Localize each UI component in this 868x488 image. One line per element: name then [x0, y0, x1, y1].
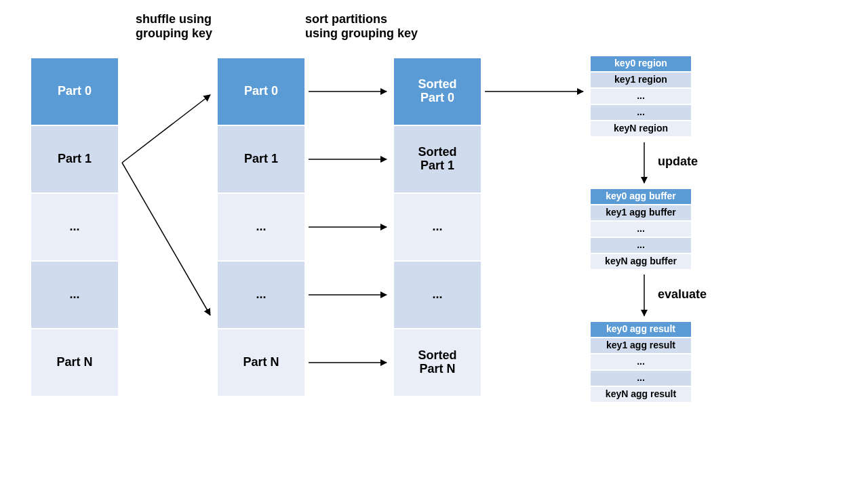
part-input-4: Part N	[31, 329, 119, 396]
svg-line-1	[122, 163, 210, 315]
part-shuffled-3: ...	[217, 261, 305, 329]
table-buffers: key0 agg buffer key1 agg buffer ... ... …	[590, 188, 692, 270]
part-sorted-0: Sorted Part 0	[393, 58, 481, 125]
part-shuffled-1: Part 1	[217, 125, 305, 193]
table-results: key0 agg result key1 agg result ... ... …	[590, 321, 692, 403]
part-input-1: Part 1	[31, 125, 119, 193]
diagram-root: shuffle using grouping key sort partitio…	[0, 0, 868, 488]
column-input: Part 0 Part 1 ... ... Part N	[31, 58, 119, 396]
part-shuffled-0: Part 0	[217, 58, 305, 125]
result-row: ...	[590, 370, 692, 386]
label-sort: sort partitions using grouping key	[305, 12, 418, 41]
result-row: keyN agg result	[590, 386, 692, 403]
region-row: key1 region	[590, 72, 692, 88]
part-sorted-3: ...	[393, 261, 481, 329]
part-sorted-4: Sorted Part N	[393, 329, 481, 396]
table-regions: key0 region key1 region ... ... keyN reg…	[590, 56, 692, 137]
result-row: ...	[590, 354, 692, 370]
part-sorted-2: ...	[393, 193, 481, 261]
buffer-row: ...	[590, 237, 692, 253]
part-sorted-1: Sorted Part 1	[393, 125, 481, 193]
part-shuffled-4: Part N	[217, 329, 305, 396]
buffer-row: key0 agg buffer	[590, 188, 692, 205]
region-row: ...	[590, 104, 692, 121]
label-evaluate: evaluate	[658, 287, 707, 302]
label-shuffle: shuffle using grouping key	[136, 12, 212, 41]
result-row: key0 agg result	[590, 321, 692, 338]
part-input-0: Part 0	[31, 58, 119, 125]
part-shuffled-2: ...	[217, 193, 305, 261]
buffer-row: ...	[590, 221, 692, 237]
region-row: keyN region	[590, 121, 692, 137]
buffer-row: key1 agg buffer	[590, 205, 692, 221]
svg-line-0	[122, 95, 210, 163]
column-shuffled: Part 0 Part 1 ... ... Part N	[217, 58, 305, 396]
region-row: ...	[590, 88, 692, 104]
buffer-row: keyN agg buffer	[590, 253, 692, 270]
column-sorted: Sorted Part 0 Sorted Part 1 ... ... Sort…	[393, 58, 481, 396]
result-row: key1 agg result	[590, 338, 692, 354]
label-update: update	[658, 155, 698, 169]
part-input-3: ...	[31, 261, 119, 329]
part-input-2: ...	[31, 193, 119, 261]
region-row: key0 region	[590, 56, 692, 72]
